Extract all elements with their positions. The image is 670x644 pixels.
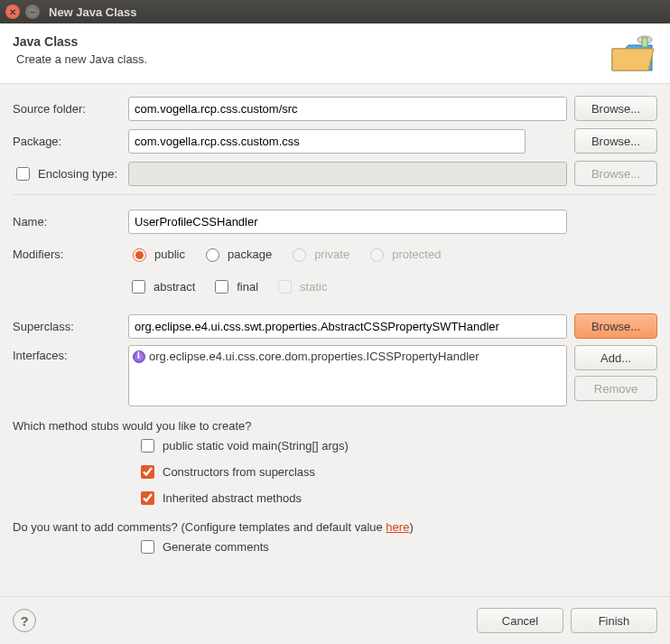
row-modifiers-visibility: Modifiers: public package private protec… [13, 240, 657, 267]
interfaces-list[interactable]: org.eclipse.e4.ui.css.core.dom.propertie… [128, 345, 567, 406]
footer: ? Cancel Finish [0, 596, 670, 644]
stubs-question: Which method stubs would you like to cre… [13, 419, 657, 433]
check-constructors-input[interactable] [141, 465, 154, 479]
banner-description: Create a new Java class. [16, 52, 147, 66]
label-package: Package: [13, 135, 121, 148]
titlebar: ✕ – New Java Class [0, 0, 670, 23]
enclosing-type-input [128, 162, 567, 186]
banner-title: Java Class [13, 34, 147, 49]
check-inherited-input[interactable] [141, 491, 154, 505]
name-input[interactable] [128, 210, 567, 234]
window-title: New Java Class [49, 5, 137, 19]
radio-protected-input [370, 248, 384, 262]
radio-public[interactable]: public [128, 246, 185, 262]
browse-superclass-button[interactable]: Browse... [574, 313, 657, 339]
label-interfaces: Interfaces: [13, 345, 121, 362]
label-modifiers: Modifiers: [13, 247, 121, 261]
configure-link[interactable]: here [386, 520, 409, 534]
row-package: Package: Browse... [13, 127, 657, 154]
enclosing-type-checkbox[interactable] [16, 167, 30, 181]
package-input[interactable] [128, 129, 526, 154]
browse-enclosing-button: Browse... [574, 161, 657, 186]
source-folder-input[interactable] [128, 97, 567, 121]
check-abstract-input[interactable] [132, 280, 145, 294]
label-enclosing-type: Enclosing type: [38, 167, 117, 181]
radio-public-input[interactable] [133, 248, 146, 262]
check-static: static [275, 277, 327, 296]
radio-package[interactable]: package [201, 246, 272, 262]
row-source-folder: Source folder: Browse... [13, 95, 657, 122]
check-generate-comments-input[interactable] [141, 540, 154, 554]
banner: Java Class Create a new Java class. [0, 23, 670, 84]
row-enclosing-type: Enclosing type: Browse... [13, 160, 657, 187]
check-inherited[interactable]: Inherited abstract methods [137, 489, 657, 508]
row-name: Name: [13, 208, 657, 235]
superclass-input[interactable] [128, 314, 567, 339]
browse-package-button[interactable]: Browse... [574, 128, 657, 154]
interface-item[interactable]: org.eclipse.e4.ui.css.core.dom.propertie… [133, 350, 563, 363]
close-icon[interactable]: ✕ [5, 5, 20, 19]
row-modifiers-other: abstract final static [13, 273, 657, 300]
content-area: Source folder: Browse... Package: Browse… [0, 84, 670, 562]
row-interfaces: Interfaces: org.eclipse.e4.ui.css.core.d… [13, 345, 657, 406]
interface-icon [133, 350, 145, 363]
svg-rect-1 [642, 38, 647, 47]
radio-private-input [293, 248, 306, 262]
check-main-method[interactable]: public static void main(String[] args) [137, 436, 657, 455]
add-interface-button[interactable]: Add... [574, 345, 657, 370]
divider [13, 194, 657, 195]
label-source-folder: Source folder: [13, 102, 121, 116]
comments-question: Do you want to add comments? (Configure … [13, 520, 657, 534]
radio-private: private [288, 246, 349, 262]
browse-source-button[interactable]: Browse... [574, 96, 657, 121]
check-main-input[interactable] [141, 439, 154, 453]
help-button[interactable]: ? [13, 609, 36, 632]
check-final[interactable]: final [211, 277, 258, 296]
check-static-input [278, 280, 292, 294]
check-constructors[interactable]: Constructors from superclass [137, 462, 657, 481]
enclosing-type-check[interactable]: Enclosing type: [13, 164, 121, 183]
check-generate-comments[interactable]: Generate comments [137, 537, 657, 556]
label-name: Name: [13, 215, 121, 229]
remove-interface-button: Remove [574, 376, 657, 401]
finish-button[interactable]: Finish [571, 608, 657, 633]
cancel-button[interactable]: Cancel [477, 608, 563, 633]
interface-text: org.eclipse.e4.ui.css.core.dom.propertie… [149, 350, 479, 363]
radio-package-input[interactable] [206, 248, 219, 262]
label-superclass: Superclass: [13, 320, 121, 333]
radio-protected: protected [366, 246, 441, 262]
minimize-icon[interactable]: – [25, 5, 40, 19]
check-abstract[interactable]: abstract [128, 277, 195, 296]
row-superclass: Superclass: Browse... [13, 313, 657, 340]
folder-class-icon [610, 33, 657, 74]
check-final-input[interactable] [215, 280, 228, 294]
